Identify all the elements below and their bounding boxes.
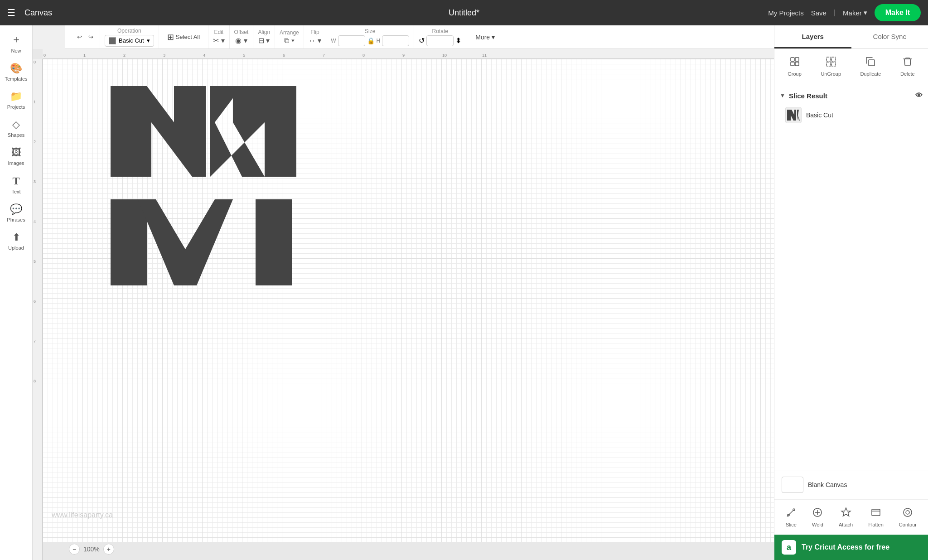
slice-icon (786, 507, 797, 520)
size-controls: Size W 🔒 H (331, 28, 409, 46)
my-projects-link[interactable]: My Projects (768, 9, 803, 17)
svg-marker-0 (111, 86, 206, 177)
sidebar-item-templates[interactable]: 🎨 Templates (2, 59, 31, 85)
tab-color-sync[interactable]: Color Sync (851, 25, 928, 48)
hamburger-menu-icon[interactable]: ☰ (7, 7, 15, 18)
visibility-toggle-icon[interactable]: 👁 (915, 92, 923, 100)
select-all-button[interactable]: ⊞ Select All (164, 30, 203, 44)
sidebar-item-text[interactable]: T Text (2, 171, 31, 198)
rotate-controls: Rotate ↺ ⬍ (419, 28, 461, 46)
weld-icon (812, 507, 823, 520)
attach-action[interactable]: Attach (835, 504, 856, 530)
align-icon: ⊟ ▾ (258, 36, 270, 45)
save-button[interactable]: Save (811, 9, 826, 17)
app-label: Canvas (24, 8, 52, 18)
device-selector[interactable]: Maker ▾ (843, 9, 867, 17)
svg-marker-15 (797, 110, 800, 121)
divider: | (834, 9, 836, 17)
svg-rect-12 (831, 62, 836, 66)
delete-action[interactable]: Delete (896, 53, 919, 79)
edit-button[interactable]: Edit ✂ ▾ (213, 29, 224, 45)
svg-point-23 (904, 508, 912, 517)
make-it-button[interactable]: Make It (875, 4, 921, 21)
duplicate-action[interactable]: Duplicate (856, 53, 886, 79)
chevron-down-icon: ▾ (492, 34, 495, 41)
ungroup-action[interactable]: UnGroup (816, 53, 846, 79)
sidebar-item-new[interactable]: ＋ New (2, 29, 31, 57)
arrange-button[interactable]: Arrange ⧉ ▾ (280, 29, 299, 45)
layer-group-header[interactable]: ▼ Slice Result 👁 (778, 88, 924, 103)
svg-marker-14 (787, 110, 796, 121)
height-input[interactable] (382, 35, 409, 46)
contour-action[interactable]: Contour (895, 504, 920, 530)
chevron-down-icon: ▾ (864, 9, 867, 17)
layer-item-basic-cut[interactable]: Basic Cut (778, 103, 924, 127)
canvas-area[interactable]: 01234567891011 012345678 (33, 49, 774, 560)
arrange-label: Arrange (280, 29, 299, 36)
redo-button[interactable]: ↪ (87, 32, 95, 42)
sidebar-item-shapes[interactable]: ◇ Shapes (2, 115, 31, 141)
zoom-in-button[interactable]: + (103, 544, 114, 555)
canvas-grid[interactable]: www.lifeisaparty.ca (43, 59, 774, 542)
ruler-horizontal: 01234567891011 (43, 49, 774, 59)
blank-canvas-item[interactable]: Blank Canvas (778, 474, 924, 496)
rotate-icon: ↺ (419, 36, 425, 45)
size-group: Size W 🔒 H (326, 25, 414, 48)
svg-rect-9 (826, 57, 831, 61)
m-shape-bottom[interactable] (106, 199, 296, 290)
offset-button[interactable]: Offset ◉ ▾ (234, 29, 249, 45)
svg-rect-21 (872, 509, 880, 516)
width-input[interactable] (338, 35, 365, 46)
offset-group: Offset ◉ ▾ (230, 25, 254, 48)
upload-icon: ⬆ (12, 232, 20, 243)
sidebar-item-images[interactable]: 🖼 Images (2, 143, 31, 169)
svg-rect-11 (826, 62, 831, 66)
cricut-access-bar[interactable]: a Try Cricut Access for free (774, 535, 928, 560)
toolbar: ↩ ↪ Operation Basic Cut ▾ ⊞ Sele (65, 25, 774, 49)
lock-icon: 🔒 (367, 37, 375, 44)
slice-action[interactable]: Slice (782, 504, 800, 530)
contour-icon (902, 507, 913, 520)
offset-label: Offset (234, 29, 249, 35)
ungroup-icon (826, 56, 836, 69)
flatten-icon (870, 507, 881, 520)
zoom-out-button[interactable]: − (69, 544, 80, 555)
weld-action[interactable]: Weld (808, 504, 827, 530)
edit-group: Edit ✂ ▾ (208, 25, 229, 48)
group-collapse-arrow: ▼ (780, 92, 785, 99)
chevron-down-icon: ▾ (147, 37, 150, 44)
ungroup-label: UnGroup (821, 71, 841, 77)
edit-label: Edit (214, 29, 224, 35)
operation-dropdown[interactable]: Basic Cut ▾ (105, 35, 154, 47)
undo-redo-group: ↩ ↪ (71, 25, 100, 48)
flatten-action[interactable]: Flatten (865, 504, 887, 530)
main-area: ＋ New 🎨 Templates 📁 Projects ◇ Shapes 🖼 … (0, 25, 928, 560)
rotate-label: Rotate (432, 28, 448, 34)
new-icon: ＋ (11, 33, 21, 46)
operation-selector: Operation Basic Cut ▾ (105, 28, 154, 47)
sidebar-item-projects[interactable]: 📁 Projects (2, 87, 31, 113)
m-shape-top[interactable] (106, 86, 296, 186)
align-button[interactable]: Align ⊟ ▾ (258, 29, 270, 45)
sidebar-item-upload[interactable]: ⬆ Upload (2, 228, 31, 254)
text-icon: T (12, 175, 19, 187)
panel-tabs: Layers Color Sync (774, 25, 928, 49)
flip-label: Flip (310, 29, 319, 35)
edit-icon: ✂ ▾ (213, 36, 224, 45)
group-icon (789, 56, 800, 69)
more-button[interactable]: More ▾ (471, 32, 499, 43)
panel-bottom-actions: Slice Weld Attach (774, 499, 928, 535)
flip-button[interactable]: Flip ↔ ▾ (309, 29, 321, 45)
align-group: Align ⊟ ▾ (253, 25, 275, 48)
templates-icon: 🎨 (10, 63, 22, 74)
select-all-group: ⊞ Select All (159, 25, 208, 48)
rotate-input[interactable] (426, 35, 454, 46)
sidebar-label-projects: Projects (7, 104, 25, 110)
group-action[interactable]: Group (783, 53, 806, 79)
sidebar-item-phrases[interactable]: 💬 Phrases (2, 200, 31, 226)
tab-layers[interactable]: Layers (774, 25, 851, 48)
undo-button[interactable]: ↩ (75, 32, 84, 42)
operation-label: Operation (117, 28, 141, 34)
svg-point-24 (906, 511, 909, 514)
svg-rect-6 (795, 58, 799, 61)
